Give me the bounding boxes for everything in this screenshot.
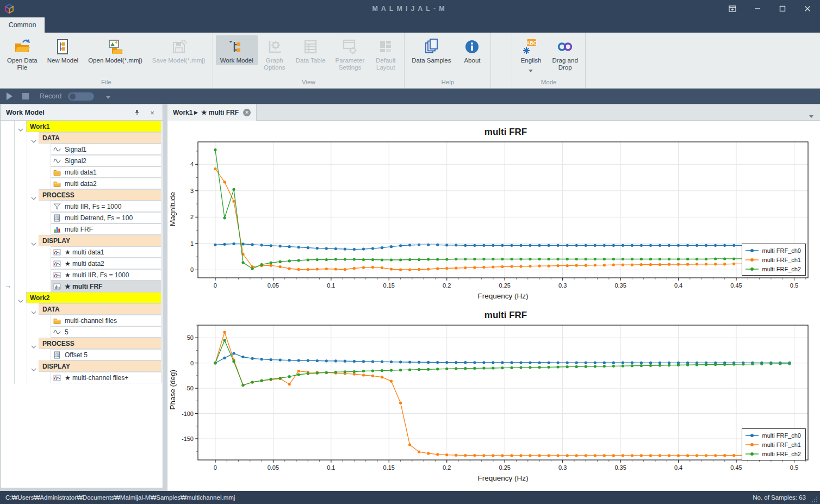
ribbon-tab-common[interactable]: Common bbox=[0, 17, 45, 33]
tree-cell: Offset 5 bbox=[51, 349, 161, 360]
ribbon-button-new-model[interactable]: New Model bbox=[43, 35, 83, 65]
tree-item-offset-5[interactable]: Offset 5 bbox=[1, 349, 163, 360]
tree-cell: 5 bbox=[51, 326, 161, 338]
document-area: Work1► ★ multi FRF ✕ multi FRF Magnitude… bbox=[167, 104, 820, 491]
ribbon-button-label: Data Table bbox=[296, 57, 326, 64]
ribbon-button-about[interactable]: About bbox=[456, 35, 488, 65]
svg-text:ABC: ABC bbox=[526, 40, 537, 46]
tree-item-signal1[interactable]: Signal1 bbox=[1, 144, 163, 155]
tree-item-label: multi FRF bbox=[64, 226, 93, 233]
linechart-icon bbox=[53, 260, 61, 267]
x-tick-label: 0.05 bbox=[268, 282, 279, 289]
tree-item-multi-channel-files[interactable]: ★ multi-channel files+ bbox=[1, 372, 163, 383]
legend-item-multi-frf-ch1: multi FRF_ch1 bbox=[746, 440, 801, 449]
ribbon-group-mode: ABCEnglishDrag and DropMode bbox=[512, 33, 585, 88]
sample-count: No. of Samples: 63 bbox=[753, 494, 806, 501]
about-icon bbox=[463, 38, 481, 55]
record-toggle[interactable] bbox=[68, 92, 94, 101]
tree-item-label: Work2 bbox=[27, 294, 49, 302]
tree-work-work1[interactable]: Work1 bbox=[1, 121, 163, 132]
tree-item-multi-channel-files[interactable]: multi-channel files bbox=[1, 315, 163, 326]
legend-label: multi FRF_ch0 bbox=[762, 432, 801, 439]
tree-section-display[interactable]: DISPLAY bbox=[1, 360, 163, 372]
tree-cell: multi IIR, Fs = 1000 bbox=[51, 201, 161, 212]
tree-cell: ★ multi FRF bbox=[51, 281, 161, 292]
y-tick-label: 0 bbox=[190, 360, 194, 366]
ribbon-button-label: English bbox=[521, 57, 542, 64]
tree-item-label: multi IIR, Fs = 1000 bbox=[64, 203, 121, 210]
tree-item-multi-frf[interactable]: →★ multi FRF bbox=[1, 281, 163, 292]
play-icon[interactable] bbox=[7, 92, 13, 100]
tree-item-label: ★ multi IIR, Fs = 1000 bbox=[64, 271, 129, 279]
chevron-down-icon[interactable] bbox=[31, 307, 36, 311]
window-title: MALMIJAL-M bbox=[0, 5, 820, 13]
ribbon-button-label: Drag and Drop bbox=[552, 57, 577, 71]
x-axis-label: Frequency (Hz) bbox=[477, 474, 528, 482]
x-tick-label: 0.5 bbox=[790, 464, 798, 471]
ribbon-button-label: Default Layout bbox=[376, 57, 395, 71]
ribbon-group-label: File bbox=[2, 79, 210, 88]
english-icon: ABC bbox=[522, 38, 539, 55]
tab-close-icon[interactable]: ✕ bbox=[243, 109, 251, 116]
pin-icon[interactable] bbox=[132, 108, 142, 117]
magnitude-chart: multi FRF Magnitude 00.050.10.150.20.250… bbox=[167, 127, 817, 303]
tab-list-caret-icon[interactable] bbox=[809, 110, 813, 120]
data-samples-icon bbox=[423, 38, 440, 55]
tree-item-multi-frf[interactable]: multi FRF bbox=[1, 223, 163, 235]
calculator-icon bbox=[53, 214, 61, 222]
stop-icon[interactable] bbox=[22, 93, 29, 99]
filter-icon bbox=[53, 203, 61, 210]
ribbon-button-open-data-file[interactable]: Open Data File bbox=[3, 35, 42, 72]
ribbon-button-open-model-mmj[interactable]: Open Model(*.mmj) bbox=[84, 35, 147, 65]
resize-grip-icon[interactable] bbox=[811, 496, 818, 502]
tree-item-multi-data2[interactable]: ★ multi data2 bbox=[1, 258, 163, 269]
tree-section-display[interactable]: DISPLAY bbox=[1, 235, 163, 246]
ribbon-group-file: Open Data FileNew ModelOpen Model(*.mmj)… bbox=[0, 33, 213, 88]
chevron-down-icon[interactable] bbox=[31, 364, 36, 368]
panel-close-icon[interactable]: × bbox=[147, 108, 157, 117]
ribbon-button-drag-and-drop[interactable]: Drag and Drop bbox=[548, 35, 582, 72]
tree-cell: ★ multi data2 bbox=[51, 258, 161, 269]
tree-item-signal2[interactable]: Signal2 bbox=[1, 155, 163, 166]
tree-item-multi-data2[interactable]: multi data2 bbox=[1, 178, 163, 189]
tree-work-work2[interactable]: Work2 bbox=[1, 292, 163, 303]
tab-work1-multi-frf[interactable]: Work1► ★ multi FRF ✕ bbox=[167, 104, 257, 121]
chevron-down-icon[interactable] bbox=[31, 193, 36, 197]
ribbon-options-icon[interactable] bbox=[720, 0, 745, 17]
ribbon-button-label: Parameter Settings bbox=[336, 57, 365, 71]
ribbon-button-english[interactable]: ABCEnglish bbox=[515, 35, 546, 76]
close-button[interactable] bbox=[795, 0, 820, 17]
ribbon-button-data-samples[interactable]: Data Samples bbox=[407, 35, 455, 65]
work-model-panel: Work Model × Work1DATASignal1Signal2mult… bbox=[0, 104, 163, 488]
tree-item-multi-iir-fs-1000[interactable]: multi IIR, Fs = 1000 bbox=[1, 201, 163, 212]
chevron-down-icon[interactable] bbox=[18, 125, 23, 128]
tree-cell: Work2 bbox=[26, 292, 161, 303]
tree-section-data[interactable]: DATA bbox=[1, 132, 163, 144]
tree-section-process[interactable]: PROCESS bbox=[1, 338, 163, 349]
tree-item-multi-detrend-fs-100[interactable]: multi Detrend, Fs = 100 bbox=[1, 212, 163, 223]
ribbon-button-save-model-mmj: Save Model(*.mmj) bbox=[148, 35, 210, 65]
ribbon-button-default-layout: Default Layout bbox=[370, 35, 401, 72]
tree-item-label: Signal1 bbox=[64, 146, 86, 153]
chevron-down-icon[interactable] bbox=[18, 296, 23, 300]
tree-item-multi-iir-fs-1000[interactable]: ★ multi IIR, Fs = 1000 bbox=[1, 269, 163, 281]
ribbon-group-help: Data SamplesAboutHelp bbox=[405, 33, 491, 88]
tree-section-data[interactable]: DATA bbox=[1, 303, 163, 315]
x-tick-label: 0.4 bbox=[674, 464, 682, 471]
chevron-down-icon[interactable] bbox=[31, 341, 36, 345]
minimize-button[interactable] bbox=[745, 0, 770, 17]
tree-section-process[interactable]: PROCESS bbox=[1, 189, 163, 201]
chevron-down-icon[interactable] bbox=[31, 136, 36, 140]
tree-item-5[interactable]: 5 bbox=[1, 326, 163, 338]
ribbon-button-label: Work Model bbox=[220, 57, 253, 64]
x-tick-label: 0.45 bbox=[730, 464, 742, 471]
record-dropdown-caret-icon[interactable] bbox=[106, 91, 110, 101]
tree-item-multi-data1[interactable]: ★ multi data1 bbox=[1, 246, 163, 258]
default-layout-icon bbox=[377, 38, 394, 55]
ribbon-button-work-model[interactable]: Work Model bbox=[216, 35, 258, 65]
chevron-down-icon[interactable] bbox=[31, 239, 36, 242]
tree-item-label: PROCESS bbox=[39, 191, 74, 199]
parameter-settings-icon bbox=[341, 38, 358, 55]
tree-item-multi-data1[interactable]: multi data1 bbox=[1, 166, 163, 178]
maximize-button[interactable] bbox=[770, 0, 795, 17]
